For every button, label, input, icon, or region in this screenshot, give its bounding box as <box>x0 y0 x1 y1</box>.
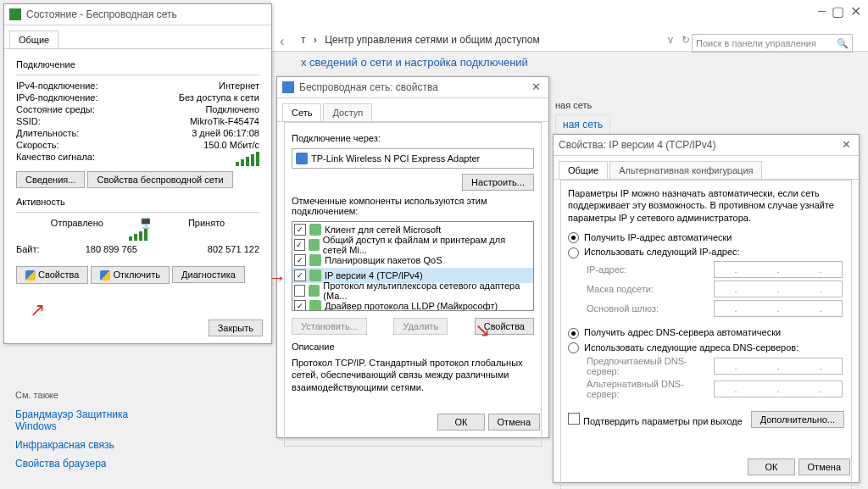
remove-button[interactable]: Удалить <box>393 318 448 335</box>
checkbox[interactable] <box>294 224 306 236</box>
cancel-button[interactable]: Отмена <box>488 414 540 431</box>
diagnose-button[interactable]: Диагностика <box>172 266 245 283</box>
dns2-field: ... <box>714 381 843 397</box>
window-wireless-status: Состояние - Беспроводная сеть Общие Подк… <box>3 3 272 344</box>
breadcrumb-more-icon[interactable]: v ↻ <box>668 34 690 46</box>
tab-alt-config[interactable]: Альтернативная конфигурация <box>609 161 762 179</box>
close-icon[interactable]: ✕ <box>850 3 861 19</box>
details-button[interactable]: Сведения... <box>16 171 85 188</box>
checkbox[interactable] <box>294 239 305 251</box>
protocol-icon <box>309 300 321 311</box>
components-list[interactable]: Клиент для сетей MicrosoftОбщий доступ к… <box>292 221 534 311</box>
list-item[interactable]: Общий доступ к файлам и принтерам для се… <box>292 237 533 253</box>
advanced-button[interactable]: Дополнительно... <box>751 411 844 428</box>
adapter-icon <box>282 81 294 93</box>
nav-back-icon[interactable]: ‹ <box>280 34 284 49</box>
annotation-arrow: ↘ <box>475 320 490 342</box>
page-subtitle: х сведений о сети и настройка подключени… <box>301 56 528 69</box>
shield-icon <box>100 270 110 281</box>
link-firewall[interactable]: Брандмауэр Защитника Windows <box>15 408 168 432</box>
configure-button[interactable]: Настроить... <box>462 174 534 191</box>
ip-address-field: ... <box>714 261 843 278</box>
subnet-mask-field: ... <box>714 281 843 297</box>
search-input[interactable]: Поиск в панели управления 🔍 <box>692 34 853 53</box>
close-icon[interactable]: ✕ <box>528 81 543 93</box>
see-also-panel: См. также Брандмауэр Защитника Windows И… <box>15 390 168 470</box>
window-adapter-properties: Беспроводная сеть: свойства✕ Сеть Доступ… <box>276 76 549 438</box>
link-infrared[interactable]: Инфракрасная связь <box>15 439 168 451</box>
protocol-icon <box>309 254 321 266</box>
protocol-icon <box>309 224 321 236</box>
disable-button[interactable]: Отключить <box>91 266 170 284</box>
checkbox[interactable] <box>294 300 306 311</box>
nic-icon <box>296 153 308 164</box>
annotation-arrow: ↗ <box>30 299 45 321</box>
radio-manual-dns[interactable]: Использовать следующие адреса DNS-сервер… <box>568 342 844 354</box>
tab-network[interactable]: Сеть <box>282 103 321 121</box>
radio-auto-dns[interactable]: Получить адрес DNS-сервера автоматически <box>568 327 844 339</box>
ok-button[interactable]: ОК <box>748 458 796 475</box>
cancel-button[interactable]: Отмена <box>798 458 850 475</box>
minimize-icon[interactable]: – <box>818 3 826 19</box>
window-ipv4-properties: Свойства: IP версии 4 (TCP/IPv4)✕ Общие … <box>553 134 860 483</box>
search-icon: 🔍 <box>837 38 849 49</box>
list-item[interactable]: Драйвер протокола LLDP (Майкрософт) <box>292 298 533 311</box>
list-item[interactable]: Протокол мультиплексора сетевого адаптер… <box>292 283 533 298</box>
signal-strength-icon <box>236 152 259 166</box>
radio-manual-ip[interactable]: Использовать следующий IP-адрес: <box>568 247 844 258</box>
activity-icon: 🖥️ <box>129 218 163 229</box>
checkbox[interactable] <box>294 270 306 281</box>
tab-access[interactable]: Доступ <box>323 103 372 121</box>
properties-button[interactable]: Свойства <box>16 266 88 284</box>
network-link-box[interactable]: ная сеть <box>555 114 610 135</box>
dns1-field: ... <box>714 358 843 375</box>
breadcrumb: т › Центр управления сетями и общим дост… <box>301 34 540 46</box>
annotation-arrow: → <box>268 267 287 289</box>
maximize-icon[interactable]: ▢ <box>832 3 844 19</box>
checkbox[interactable] <box>294 254 306 266</box>
radio-auto-ip[interactable]: Получить IP-адрес автоматически <box>568 232 844 244</box>
tab-general[interactable]: Общие <box>559 161 608 179</box>
checkbox[interactable] <box>294 285 305 297</box>
wifi-icon <box>9 8 21 20</box>
activity-signal-icon <box>129 229 147 241</box>
gateway-field: ... <box>714 300 843 317</box>
wlan-properties-button[interactable]: Свойства беспроводной сети <box>87 171 232 188</box>
protocol-icon <box>309 239 320 251</box>
protocol-icon <box>309 285 320 297</box>
tab-general[interactable]: Общие <box>9 31 58 48</box>
ok-button[interactable]: ОК <box>437 414 486 431</box>
confirm-on-exit-checkbox[interactable]: Подтвердить параметры при выходе <box>568 413 743 426</box>
close-button[interactable]: Закрыть <box>209 320 263 336</box>
close-icon[interactable]: ✕ <box>838 138 854 151</box>
install-button[interactable]: Установить... <box>292 318 367 335</box>
network-section-label: ная сеть <box>555 100 592 110</box>
link-browser-props[interactable]: Свойства браузера <box>15 458 168 470</box>
shield-icon <box>25 270 36 281</box>
protocol-icon <box>309 270 321 281</box>
